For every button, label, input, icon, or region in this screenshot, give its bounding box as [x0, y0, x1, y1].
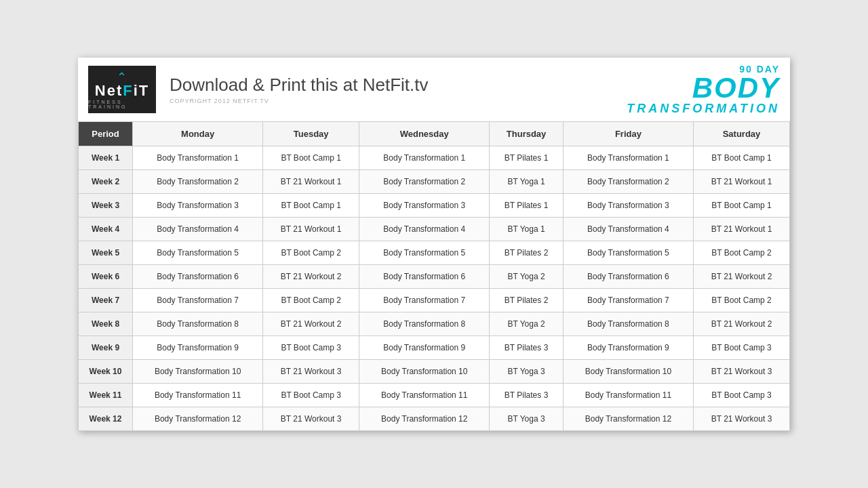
cell-tuesday: BT 21 Workout 1: [263, 169, 359, 193]
table-row: Week 4Body Transformation 4BT 21 Workout…: [79, 217, 790, 241]
cell-friday: Body Transformation 8: [563, 312, 693, 336]
cell-saturday: BT Boot Camp 3: [694, 336, 790, 359]
cell-thursday: BT Pilates 1: [490, 193, 563, 217]
col-tuesday: Tuesday: [263, 121, 359, 146]
cell-saturday: BT 21 Workout 3: [694, 407, 790, 430]
table-row: Week 11Body Transformation 11BT Boot Cam…: [79, 383, 790, 407]
col-wednesday: Wednesday: [359, 121, 490, 146]
cell-monday: Body Transformation 1: [133, 146, 263, 169]
cell-tuesday: BT 21 Workout 3: [263, 359, 359, 383]
cell-saturday: BT Boot Camp 2: [694, 241, 790, 264]
table-row: Week 1Body Transformation 1BT Boot Camp …: [79, 146, 790, 169]
cell-wednesday: Body Transformation 4: [359, 217, 490, 241]
cell-monday: Body Transformation 3: [133, 193, 263, 217]
cell-monday: Body Transformation 8: [133, 312, 263, 336]
cell-thursday: BT Yoga 3: [490, 359, 563, 383]
cell-friday: Body Transformation 5: [563, 241, 693, 264]
schedule-table: Period Monday Tuesday Wednesday Thursday…: [78, 121, 790, 431]
cell-week: Week 9: [79, 336, 133, 359]
cell-tuesday: BT 21 Workout 1: [263, 217, 359, 241]
cell-thursday: BT Yoga 2: [490, 312, 563, 336]
cell-wednesday: Body Transformation 9: [359, 336, 490, 359]
cell-friday: Body Transformation 9: [563, 336, 693, 359]
cell-week: Week 6: [79, 264, 133, 288]
cell-saturday: BT 21 Workout 3: [694, 359, 790, 383]
cell-thursday: BT Pilates 1: [490, 146, 563, 169]
cell-week: Week 2: [79, 169, 133, 193]
table-row: Week 8Body Transformation 8BT 21 Workout…: [79, 312, 790, 336]
cell-week: Week 1: [79, 146, 133, 169]
table-row: Week 10Body Transformation 10BT 21 Worko…: [79, 359, 790, 383]
cell-wednesday: Body Transformation 12: [359, 407, 490, 430]
col-saturday: Saturday: [694, 121, 790, 146]
cell-tuesday: BT Boot Camp 3: [263, 336, 359, 359]
cell-wednesday: Body Transformation 5: [359, 241, 490, 264]
logo: ⌃ NetFiT FITNESS TRAINING: [88, 66, 156, 113]
table-row: Week 9Body Transformation 9BT Boot Camp …: [79, 336, 790, 359]
cell-week: Week 5: [79, 241, 133, 264]
table-header-row: Period Monday Tuesday Wednesday Thursday…: [79, 121, 790, 146]
cell-wednesday: Body Transformation 8: [359, 312, 490, 336]
brand-transformation: TRANSFORMATION: [627, 102, 780, 115]
cell-week: Week 3: [79, 193, 133, 217]
cell-tuesday: BT Boot Camp 1: [263, 193, 359, 217]
header-brand: 90 DAY BODY TRANSFORMATION: [627, 64, 780, 115]
cell-week: Week 10: [79, 359, 133, 383]
logo-text: NetFiT: [95, 83, 149, 98]
table-row: Week 5Body Transformation 5BT Boot Camp …: [79, 241, 790, 264]
brand-body: BODY: [627, 74, 780, 102]
page-container: ⌃ NetFiT FITNESS TRAINING Download & Pri…: [78, 58, 790, 431]
cell-week: Week 7: [79, 288, 133, 312]
cell-thursday: BT Yoga 3: [490, 407, 563, 430]
cell-wednesday: Body Transformation 11: [359, 383, 490, 407]
header-copyright: COPYRIGHT 2012 NETFIT.TV: [170, 98, 627, 104]
cell-tuesday: BT 21 Workout 3: [263, 407, 359, 430]
cell-monday: Body Transformation 11: [133, 383, 263, 407]
table-row: Week 6Body Transformation 6BT 21 Workout…: [79, 264, 790, 288]
cell-friday: Body Transformation 1: [563, 146, 693, 169]
header-title: Download & Print this at NetFit.tv: [170, 75, 627, 96]
cell-friday: Body Transformation 2: [563, 169, 693, 193]
cell-saturday: BT Boot Camp 3: [694, 383, 790, 407]
cell-thursday: BT Pilates 2: [490, 288, 563, 312]
cell-tuesday: BT Boot Camp 3: [263, 383, 359, 407]
cell-monday: Body Transformation 10: [133, 359, 263, 383]
cell-week: Week 4: [79, 217, 133, 241]
cell-monday: Body Transformation 4: [133, 217, 263, 241]
cell-saturday: BT 21 Workout 2: [694, 312, 790, 336]
cell-week: Week 8: [79, 312, 133, 336]
cell-friday: Body Transformation 11: [563, 383, 693, 407]
table-row: Week 2Body Transformation 2BT 21 Workout…: [79, 169, 790, 193]
cell-saturday: BT 21 Workout 1: [694, 217, 790, 241]
cell-friday: Body Transformation 6: [563, 264, 693, 288]
cell-tuesday: BT 21 Workout 2: [263, 312, 359, 336]
cell-wednesday: Body Transformation 7: [359, 288, 490, 312]
cell-thursday: BT Yoga 2: [490, 264, 563, 288]
table-row: Week 7Body Transformation 7BT Boot Camp …: [79, 288, 790, 312]
cell-wednesday: Body Transformation 1: [359, 146, 490, 169]
col-friday: Friday: [563, 121, 693, 146]
cell-thursday: BT Pilates 2: [490, 241, 563, 264]
cell-tuesday: BT Boot Camp 2: [263, 241, 359, 264]
cell-thursday: BT Yoga 1: [490, 169, 563, 193]
cell-saturday: BT 21 Workout 1: [694, 169, 790, 193]
cell-monday: Body Transformation 2: [133, 169, 263, 193]
table-row: Week 12Body Transformation 12BT 21 Worko…: [79, 407, 790, 430]
cell-saturday: BT 21 Workout 2: [694, 264, 790, 288]
cell-friday: Body Transformation 12: [563, 407, 693, 430]
col-period: Period: [79, 121, 133, 146]
cell-monday: Body Transformation 5: [133, 241, 263, 264]
cell-monday: Body Transformation 9: [133, 336, 263, 359]
cell-saturday: BT Boot Camp 1: [694, 193, 790, 217]
cell-tuesday: BT 21 Workout 2: [263, 264, 359, 288]
cell-monday: Body Transformation 7: [133, 288, 263, 312]
cell-thursday: BT Yoga 1: [490, 217, 563, 241]
cell-saturday: BT Boot Camp 2: [694, 288, 790, 312]
cell-week: Week 11: [79, 383, 133, 407]
table-row: Week 3Body Transformation 3BT Boot Camp …: [79, 193, 790, 217]
col-thursday: Thursday: [490, 121, 563, 146]
cell-tuesday: BT Boot Camp 1: [263, 146, 359, 169]
logo-subtitle: FITNESS TRAINING: [88, 100, 156, 109]
cell-monday: Body Transformation 12: [133, 407, 263, 430]
cell-thursday: BT Pilates 3: [490, 336, 563, 359]
